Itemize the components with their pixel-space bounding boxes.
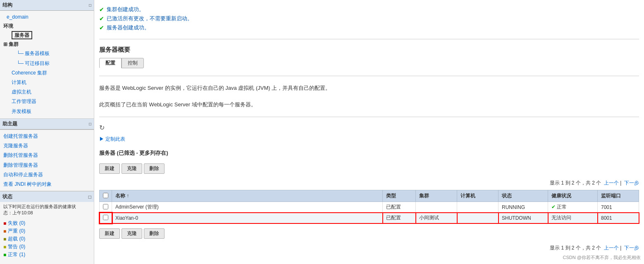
row1-name[interactable]: AdminServer (管理) <box>112 202 383 213</box>
status-overload: ■ 超载 (0) <box>3 235 91 243</box>
sidebar-help-toggle[interactable]: □ <box>89 122 91 126</box>
customize-link[interactable]: ▶ 定制此表 <box>99 136 639 143</box>
sidebar-item-machine[interactable]: 计算机 <box>0 78 94 87</box>
msg2-text: 已激活所有更改，不需要重新启动。 <box>107 15 193 22</box>
status-critical-link[interactable]: 严重 (0) <box>8 228 25 235</box>
sidebar-status-desc: 以下时间正在运行的服务器的健康状 态：上午10:08 <box>0 202 94 218</box>
status-critical-icon: ■ <box>3 228 6 234</box>
delete-button-top[interactable]: 删除 <box>144 163 165 174</box>
row1-health-icon: ✔ <box>551 204 556 210</box>
sidebar-tree: e_domain 环境 服务器 ⊞ 集群 └─ 服务器模板 └─ 可迁移目标 C… <box>0 11 94 118</box>
help-delete-admin[interactable]: 删除管理服务器 <box>0 161 94 170</box>
sidebar-status-header: 状态 □ <box>0 192 94 202</box>
help-jndi[interactable]: 查看 JNDI 树中的对象 <box>0 180 94 189</box>
pagination-top-next[interactable]: 下一步 <box>624 180 639 186</box>
sidebar-structure-section: 结构 □ e_domain 环境 服务器 ⊞ 集群 └─ 服务器模板 └─ 可迁… <box>0 0 94 119</box>
th-status[interactable]: 状态 <box>499 190 548 202</box>
table-row: AdminServer (管理) 已配置 RUNNING ✔ 正常 7001 <box>100 202 639 213</box>
help-delete-managed[interactable]: 删除托管服务器 <box>0 151 94 160</box>
sidebar-item-coherence[interactable]: Coherence 集群 <box>0 68 94 78</box>
message-3: ✔ 服务器创建成功。 <box>99 23 639 32</box>
clone-button-bottom[interactable]: 克隆 <box>122 228 142 239</box>
pagination-bottom-prev[interactable]: 上一个 <box>604 245 619 251</box>
pagination-top-prev[interactable]: 上一个 <box>604 180 619 186</box>
sidebar-help-label: 助主题 <box>2 120 17 127</box>
row2-checkbox[interactable] <box>103 215 108 220</box>
status-ok-link[interactable]: 正常 (1) <box>8 251 25 258</box>
th-health[interactable]: 健康状况 <box>548 190 598 202</box>
help-create-server[interactable]: 创建托管服务器 <box>0 132 94 141</box>
delete-button-bottom[interactable]: 删除 <box>144 228 165 239</box>
sidebar-item-migratable[interactable]: └─ 可迁移目标 <box>0 59 94 68</box>
th-machine[interactable]: 计算机 <box>457 190 499 202</box>
new-button-bottom[interactable]: 新建 <box>99 228 120 239</box>
th-name[interactable]: 名称 ↑ <box>112 190 383 202</box>
overview-title-text: 服务器概要 <box>99 46 130 53</box>
status-warning-link[interactable]: 警告 (0) <box>8 243 25 250</box>
tab-config[interactable]: 配置 <box>99 58 122 68</box>
sidebar-structure-header: 结构 □ <box>0 0 94 11</box>
msg1-text: 集群创建成功。 <box>107 6 144 13</box>
sidebar-item-server-template[interactable]: └─ 服务器模板 <box>0 49 94 58</box>
refresh-icon[interactable]: ↻ <box>99 124 105 132</box>
sidebar-selected-server[interactable]: 服务器 <box>12 31 32 39</box>
customize-label[interactable]: ▶ 定制此表 <box>99 136 125 143</box>
pagination-bottom: 显示 1 到 2 个，共 2 个 上一个 | 下一步 <box>99 244 639 252</box>
row1-port: 7001 <box>598 202 639 213</box>
help-auto-stop[interactable]: 自动和停止服务器 <box>0 170 94 180</box>
sidebar-item-concurrent[interactable]: 并发模板 <box>0 107 94 116</box>
th-cluster[interactable]: 集群 <box>416 190 457 202</box>
new-button-top[interactable]: 新建 <box>99 163 120 174</box>
sidebar-help-items: 创建托管服务器 克隆服务器 删除托管服务器 删除管理服务器 自动和停止服务器 查… <box>0 130 94 191</box>
sidebar-structure-toggle[interactable]: □ <box>89 3 91 7</box>
th-port[interactable]: 监听端口 <box>598 190 639 202</box>
msg3-text: 服务器创建成功。 <box>107 24 150 31</box>
row2-port: 8001 <box>598 213 639 223</box>
overview-desc1: 服务器是 WebLogic Server 的实例，它运行在自己的 Java 虚拟… <box>99 81 639 95</box>
status-ok: ■ 正常 (1) <box>3 251 91 259</box>
row2-checkbox-cell <box>100 213 112 223</box>
row1-status: RUNNING <box>499 202 548 213</box>
status-fail-link[interactable]: 失败 (0) <box>8 220 25 227</box>
sidebar-group-cluster: ⊞ 集群 <box>0 40 94 49</box>
sidebar-item-server[interactable]: 服务器 <box>0 31 34 40</box>
messages-box: ✔ 集群创建成功。 ✔ 已激活所有更改，不需要重新启动。 ✔ 服务器创建成功。 <box>99 3 639 34</box>
table-row: XiaoYan-0 已配置 小间测试 SHUTDOWN 无法访问 8001 <box>100 213 639 223</box>
sidebar-item-work-manager[interactable]: 工作管理器 <box>0 97 94 106</box>
separator-3 <box>99 117 639 117</box>
sidebar-item-edomain[interactable]: e_domain <box>0 12 94 22</box>
pagination-top-info: 显示 1 到 2 个，共 2 个 <box>550 180 601 186</box>
row2-health: 无法访问 <box>548 213 598 223</box>
row1-checkbox-cell <box>100 202 112 213</box>
sidebar-item-virtual-host[interactable]: 虚拟主机 <box>0 87 94 97</box>
row2-name[interactable]: XiaoYan-0 <box>112 213 383 223</box>
overview-desc2: 此页概括了已在当前 WebLogic Server 域中配置的每一个服务器。 <box>99 98 639 112</box>
th-type[interactable]: 类型 <box>383 190 416 202</box>
sidebar-status-toggle[interactable]: □ <box>88 194 91 200</box>
action-buttons-top: 新建 克隆 删除 <box>99 163 639 174</box>
row2-cluster: 小间测试 <box>416 213 457 223</box>
sidebar-structure-label: 结构 <box>2 2 12 9</box>
row2-machine <box>457 213 499 223</box>
row2-status: SHUTDOWN <box>499 213 548 223</box>
th-checkbox <box>100 190 112 202</box>
status-overload-link[interactable]: 超载 (0) <box>8 235 25 242</box>
sidebar-help-header: 助主题 □ <box>0 119 94 130</box>
action-buttons-bottom: 新建 克隆 删除 <box>99 228 639 239</box>
msg2-icon: ✔ <box>99 15 104 22</box>
sidebar-item-startup[interactable]: 启动类和关闭类 <box>0 116 94 118</box>
sidebar: 结构 □ e_domain 环境 服务器 ⊞ 集群 └─ 服务器模板 └─ 可迁… <box>0 0 94 264</box>
watermark: CSDN @你若不离不弃，我必生死相依 <box>563 254 641 261</box>
sidebar-status-desc2: 态：上午10:08 <box>3 210 33 215</box>
status-fail-icon: ■ <box>3 221 6 226</box>
row1-checkbox[interactable] <box>103 204 108 209</box>
select-all-checkbox[interactable] <box>103 193 108 198</box>
clone-button-top[interactable]: 克隆 <box>122 163 142 174</box>
tabs-bar: 配置 控制 <box>99 58 639 68</box>
separator-2 <box>99 76 639 76</box>
status-critical: ■ 严重 (0) <box>3 227 91 235</box>
overview-title: 服务器概要 <box>99 44 639 55</box>
pagination-bottom-next[interactable]: 下一步 <box>624 245 639 251</box>
tab-control[interactable]: 控制 <box>122 58 144 68</box>
help-clone-server[interactable]: 克隆服务器 <box>0 141 94 151</box>
